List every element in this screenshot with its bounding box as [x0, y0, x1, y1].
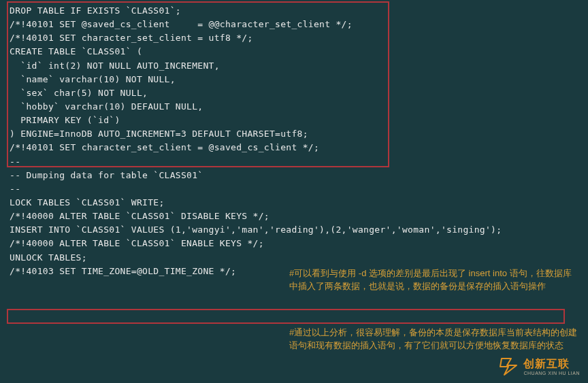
sql-line: `sex` char(5) NOT NULL, — [10, 86, 578, 100]
sql-line: -- — [10, 155, 578, 169]
annotation-insert-explanation: #可以看到与使用 -d 选项的差别是最后出现了 insert into 语句，往… — [289, 267, 575, 293]
sql-line: -- Dumping data for table `CLASS01` — [10, 169, 578, 182]
sql-line: /*!40101 SET character_set_client = @sav… — [10, 141, 578, 154]
sql-line: `name` varchar(10) NOT NULL, — [10, 73, 578, 86]
logo-text-en: CHUANG XIN HU LIAN — [523, 371, 580, 376]
sql-line: DROP TABLE IF EXISTS `CLASS01`; — [10, 4, 578, 18]
sql-line: ) ENGINE=InnoDB AUTO_INCREMENT=3 DEFAULT… — [10, 127, 578, 141]
sql-dump-block: DROP TABLE IF EXISTS `CLASS01`; /*!40101… — [10, 4, 578, 278]
sql-line: /*!40101 SET character_set_client = utf8… — [10, 31, 578, 45]
logo-text-cn: 创新互联 — [523, 359, 580, 369]
sql-line: /*!40000 ALTER TABLE `CLASS01` ENABLE KE… — [10, 237, 578, 250]
sql-line: UNLOCK TABLES; — [10, 251, 578, 265]
brand-logo: 创新互联 CHUANG XIN HU LIAN — [499, 357, 580, 376]
sql-line: PRIMARY KEY (`id`) — [10, 114, 578, 127]
sql-line: INSERT INTO `CLASS01` VALUES (1,'wangyi'… — [10, 223, 578, 237]
sql-line: `id` int(2) NOT NULL AUTO_INCREMENT, — [10, 59, 578, 73]
sql-line: /*!40000 ALTER TABLE `CLASS01` DISABLE K… — [10, 210, 578, 223]
sql-line: LOCK TABLES `CLASS01` WRITE; — [10, 196, 578, 210]
sql-line: CREATE TABLE `CLASS01` ( — [10, 45, 578, 59]
annotation-backup-essence: #通过以上分析，很容易理解，备份的本质是保存数据库当前表结构的创建语句和现有数据… — [289, 327, 582, 352]
logo-mark-icon — [499, 357, 519, 376]
highlight-box-insert — [7, 309, 565, 324]
sql-line: `hobby` varchar(10) DEFAULT NULL, — [10, 100, 578, 114]
sql-line: -- — [10, 182, 578, 196]
sql-line: /*!40101 SET @saved_cs_client = @@charac… — [10, 18, 578, 31]
